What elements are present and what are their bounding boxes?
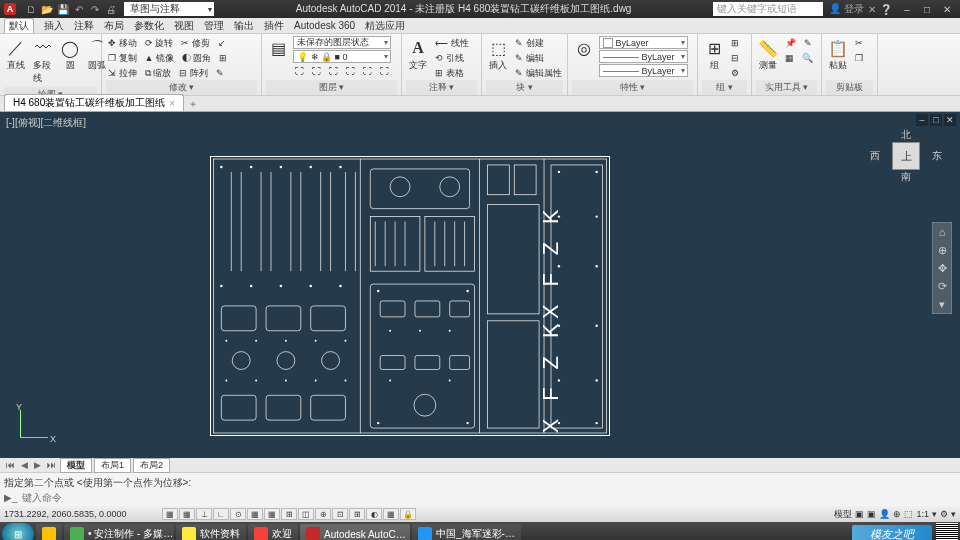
util-icon[interactable]: ▦	[783, 51, 796, 65]
tab-parametric[interactable]: 参数化	[134, 19, 164, 33]
layer-tool-icon[interactable]: ⛶	[310, 64, 323, 78]
maximize-button[interactable]: □	[918, 4, 936, 15]
lwt-toggle-icon[interactable]: ⊕	[315, 508, 331, 520]
util-icon[interactable]: 🔍	[800, 51, 815, 65]
qat-save-icon[interactable]: 💾	[56, 2, 70, 16]
edit-attr-button[interactable]: ✎ 编辑属性	[513, 66, 564, 80]
explode-icon[interactable]: ⊞	[217, 51, 229, 65]
coordinates-display[interactable]: 1731.2292, 2060.5835, 0.0000	[4, 509, 154, 519]
layer-tool-icon[interactable]: ⛶	[378, 64, 391, 78]
panel-properties-title[interactable]: 特性 ▾	[572, 80, 693, 95]
otrack-toggle-icon[interactable]: ▦	[264, 508, 280, 520]
taskbar-item[interactable]	[36, 524, 62, 540]
status-icon[interactable]: ▾	[951, 509, 956, 519]
panel-layer-title[interactable]: 图层 ▾	[266, 80, 397, 95]
model-space-button[interactable]: 模型	[834, 508, 852, 521]
snap-toggle-icon[interactable]: ▦	[162, 508, 178, 520]
lineweight-dropdown[interactable]: ———— ByLayer	[599, 64, 688, 77]
panel-modify-title[interactable]: 修改 ▾	[106, 80, 257, 95]
dyn-toggle-icon[interactable]: ◫	[298, 508, 314, 520]
nav-more-icon[interactable]: ▾	[933, 295, 951, 313]
linetype-dropdown[interactable]: ———— ByLayer	[599, 50, 688, 63]
layout-2[interactable]: 布局2	[133, 458, 170, 473]
ducs-toggle-icon[interactable]: ⊞	[281, 508, 297, 520]
workspace-gear-icon[interactable]: ⚙	[940, 509, 948, 519]
layer-tool-icon[interactable]: ⛶	[344, 64, 357, 78]
layout-first-icon[interactable]: ⏮	[4, 460, 17, 470]
command-window[interactable]: 指定第二个点或 <使用第一个点作为位移>: ▶_	[0, 472, 960, 506]
layout-model[interactable]: 模型	[60, 458, 92, 473]
viewport-label[interactable]: [-][俯视][二维线框]	[6, 116, 86, 130]
taskbar-item[interactable]: 欢迎	[248, 524, 298, 540]
file-tab-active[interactable]: H4 680装置钻工碳纤维板加工图纸 ×	[4, 94, 184, 111]
paste-button[interactable]: 📋粘贴	[826, 36, 850, 74]
table-button[interactable]: ⊞ 表格	[433, 66, 471, 80]
text-button[interactable]: A文字	[406, 36, 430, 74]
polyline-button[interactable]: 〰多段线	[31, 36, 55, 87]
viewcube-south[interactable]: 南	[901, 170, 911, 184]
new-tab-button[interactable]: ＋	[188, 97, 198, 111]
tab-annotate[interactable]: 注释	[74, 19, 94, 33]
minimize-button[interactable]: –	[898, 4, 916, 15]
panel-clipboard-title[interactable]: 剪贴板	[826, 80, 873, 95]
grid-toggle-icon[interactable]: ▦	[179, 508, 195, 520]
help-search-input[interactable]: 键入关键字或短语	[713, 2, 823, 16]
viewcube-face[interactable]: 上	[892, 142, 920, 170]
mirror-button[interactable]: ▲ 镜像	[143, 51, 176, 65]
group-edit-icon[interactable]: ⊟	[729, 51, 741, 65]
panel-group-title[interactable]: 组 ▾	[702, 80, 747, 95]
erase-icon[interactable]: ✎	[214, 66, 226, 80]
layout-next-icon[interactable]: ▶	[32, 460, 43, 470]
tab-home[interactable]: 默认	[4, 18, 34, 33]
exchange-icon[interactable]: ✕	[868, 4, 876, 15]
nav-home-icon[interactable]: ⌂	[933, 223, 951, 241]
layer-tool-icon[interactable]: ⛶	[361, 64, 374, 78]
sign-in-button[interactable]: 👤 登录	[829, 2, 864, 16]
qat-undo-icon[interactable]: ↶	[72, 2, 86, 16]
edit-block-button[interactable]: ✎ 编辑	[513, 51, 564, 65]
vp-min-icon[interactable]: –	[916, 114, 928, 126]
nav-zoom-icon[interactable]: ⊕	[933, 241, 951, 259]
line-button[interactable]: ／直线	[4, 36, 28, 74]
circle-button[interactable]: ◯圆	[58, 36, 82, 74]
am-toggle-icon[interactable]: ▦	[383, 508, 399, 520]
trim-button[interactable]: ✂ 修剪	[179, 36, 212, 50]
fillet-button[interactable]: ◐ 圆角	[180, 51, 214, 65]
anno-scale-button[interactable]: 1:1	[916, 509, 929, 519]
layer-tool-icon[interactable]: ⛶	[293, 64, 306, 78]
tab-insert[interactable]: 插入	[44, 19, 64, 33]
status-icon[interactable]: ▾	[932, 509, 937, 519]
group-button[interactable]: ⊞组	[702, 36, 726, 74]
layer-tool-icon[interactable]: ⛶	[327, 64, 340, 78]
tab-view[interactable]: 视图	[174, 19, 194, 33]
array-button[interactable]: ⊟ 阵列	[177, 66, 210, 80]
layer-dropdown[interactable]: 💡 ❄ 🔒 ■ 0	[293, 50, 391, 63]
taskbar-item[interactable]: Autodesk AutoC…	[300, 524, 410, 540]
util-icon[interactable]: 📌	[783, 36, 798, 50]
taskbar-item[interactable]: • 安注制作 - 多媒…	[64, 524, 174, 540]
linear-dim-button[interactable]: ⟵ 线性	[433, 36, 471, 50]
cut-icon[interactable]: ✂	[853, 36, 865, 50]
insert-block-button[interactable]: ⬚插入	[486, 36, 510, 74]
create-block-button[interactable]: ✎ 创建	[513, 36, 564, 50]
layout-last-icon[interactable]: ⏭	[45, 460, 58, 470]
color-dropdown[interactable]: ByLayer	[599, 36, 688, 49]
workspace-dropdown[interactable]: 草图与注释	[124, 2, 214, 16]
app-icon[interactable]: A	[4, 3, 16, 15]
close-button[interactable]: ✕	[938, 4, 956, 15]
osnap-toggle-icon[interactable]: ⊙	[230, 508, 246, 520]
viewcube[interactable]: 北 南 东 西 上	[880, 130, 932, 182]
copy-button[interactable]: ❐ 复制	[106, 51, 139, 65]
help-icon[interactable]: ❔	[880, 4, 892, 15]
tab-plugins[interactable]: 插件	[264, 19, 284, 33]
qat-print-icon[interactable]: 🖨	[104, 2, 118, 16]
panel-block-title[interactable]: 块 ▾	[486, 80, 563, 95]
status-icon[interactable]: 👤	[879, 509, 890, 519]
group-mgr-icon[interactable]: ⚙	[729, 66, 741, 80]
move-button[interactable]: ✥ 移动	[106, 36, 139, 50]
layout-prev-icon[interactable]: ◀	[19, 460, 30, 470]
vp-max-icon[interactable]: □	[930, 114, 942, 126]
3dosnap-toggle-icon[interactable]: ▦	[247, 508, 263, 520]
qat-open-icon[interactable]: 📂	[40, 2, 54, 16]
start-button[interactable]: ⊞	[2, 523, 34, 540]
